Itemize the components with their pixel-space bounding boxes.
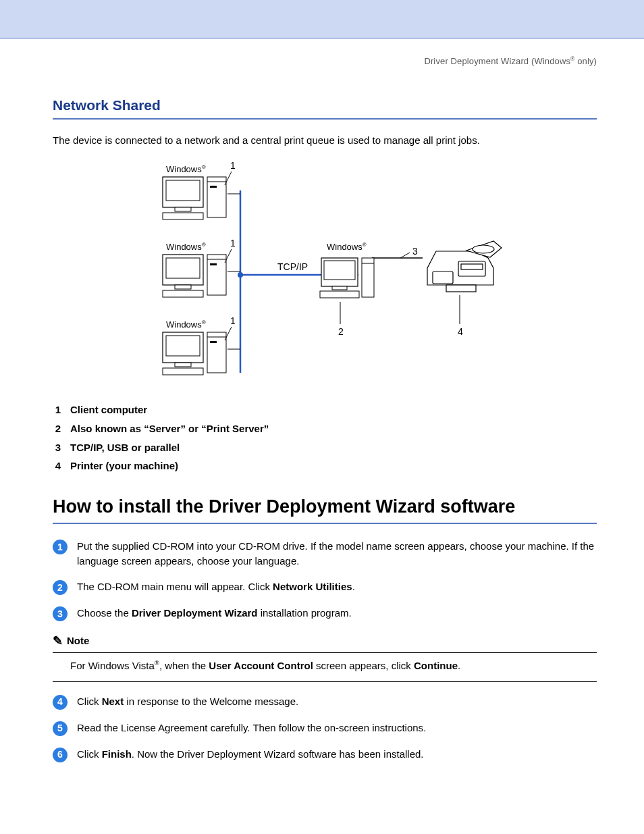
note-text: . (458, 660, 460, 671)
note-top-rule (53, 652, 597, 653)
step-3: 3 Choose the Driver Deployment Wizard in… (53, 606, 597, 621)
legend-num: 3 (53, 440, 61, 455)
step-text: Click (77, 696, 102, 707)
svg-rect-39 (362, 258, 374, 297)
legend-text: Client computer (70, 402, 147, 417)
step-bullet-3: 3 (53, 606, 68, 621)
svg-line-42 (400, 253, 410, 258)
pencil-icon: ✎ (53, 632, 63, 650)
diagram-legend: 1 Client computer 2 Also known as “Serve… (53, 402, 597, 473)
note-bottom-rule (53, 681, 597, 682)
step-text: The CD-ROM main menu will appear. Click (77, 581, 273, 592)
svg-rect-17 (175, 285, 191, 289)
svg-rect-26 (166, 336, 200, 356)
note-bold: User Account Control (209, 660, 313, 671)
svg-text:Windows®: Windows® (166, 164, 206, 174)
svg-point-2 (238, 272, 243, 278)
legend-num: 2 (53, 421, 61, 436)
section-rule (53, 118, 597, 120)
legend-row: 4 Printer (your machine) (53, 459, 597, 473)
note-body: For Windows Vista®, when the User Accoun… (53, 657, 597, 675)
breadcrumb-suffix: only) (574, 56, 597, 66)
note-label: Note (67, 633, 89, 648)
svg-rect-31 (210, 341, 217, 343)
legend-row: 1 Client computer (53, 402, 597, 417)
svg-rect-45 (461, 264, 483, 269)
top-blue-bar (0, 0, 644, 38)
step-bold: Next (102, 696, 124, 707)
legend-text: Also known as “Server” or “Print Server” (70, 421, 269, 436)
protocol-label: TCP/IP (277, 261, 308, 272)
svg-rect-21 (210, 263, 217, 265)
legend-row: 3 TCP/IP, USB or parallel (53, 440, 597, 455)
svg-text:Windows®: Windows® (166, 242, 206, 252)
top-rule (0, 38, 644, 38)
svg-rect-8 (163, 213, 203, 219)
step-6: 6 Click Finish. Now the Driver Deploymen… (53, 747, 597, 762)
step-text: Choose the (77, 607, 132, 619)
svg-rect-9 (207, 177, 226, 217)
svg-rect-27 (175, 363, 191, 367)
legend-num: 4 (53, 459, 61, 473)
step-bold: Driver Deployment Wizard (132, 607, 258, 619)
step-bullet-4: 4 (53, 695, 68, 710)
note-heading: ✎ Note (53, 632, 597, 650)
step-text: Click (77, 748, 102, 760)
callout-1: 1 (230, 160, 236, 171)
svg-point-46 (473, 245, 494, 253)
callout-1b: 1 (230, 238, 236, 249)
step-body: Click Finish. Now the Driver Deployment … (77, 747, 597, 762)
svg-text:Windows®: Windows® (166, 319, 206, 330)
svg-rect-6 (166, 180, 200, 201)
svg-rect-7 (175, 207, 191, 211)
step-body: The CD-ROM main menu will appear. Click … (77, 579, 597, 594)
svg-rect-47 (446, 285, 476, 292)
svg-rect-38 (320, 291, 359, 298)
step-2: 2 The CD-ROM main menu will appear. Clic… (53, 579, 597, 595)
page-content: 7 Driver Deployment Wizard (Windows® onl… (0, 55, 644, 834)
breadcrumb-text: Driver Deployment Wizard (Windows (424, 56, 570, 66)
step-body: Choose the Driver Deployment Wizard inst… (77, 606, 597, 621)
legend-row: 2 Also known as “Server” or “Print Serve… (53, 421, 597, 436)
section-title: Network Shared (53, 95, 597, 115)
step-text: in response to the Welcome message. (124, 696, 298, 707)
note-text: screen appears, click (313, 660, 414, 671)
note-text: , when the (159, 660, 209, 671)
note-sup: ® (155, 659, 159, 667)
install-rule (53, 523, 597, 524)
legend-text: Printer (your machine) (70, 459, 178, 473)
svg-rect-37 (332, 286, 347, 290)
step-bullet-5: 5 (53, 721, 68, 736)
step-1: 1 Put the supplied CD-ROM into your CD-R… (53, 539, 597, 569)
note-block: ✎ Note For Windows Vista®, when the User… (53, 632, 597, 682)
step-bold: Finish (102, 748, 132, 760)
step-body: Click Next in response to the Welcome me… (77, 694, 597, 709)
svg-rect-36 (324, 261, 355, 280)
callout-3: 3 (412, 246, 418, 257)
section-intro: The device is connected to a network and… (53, 133, 597, 148)
step-5: 5 Read the License Agreement carefully. … (53, 721, 597, 736)
callout-1c: 1 (230, 315, 236, 326)
step-body: Read the License Agreement carefully. Th… (77, 721, 597, 735)
svg-text:Windows®: Windows® (327, 242, 367, 252)
note-text: For Windows Vista (70, 660, 155, 671)
svg-rect-16 (166, 258, 200, 278)
install-title: How to install the Driver Deployment Wiz… (53, 494, 597, 520)
callout-4: 4 (458, 326, 463, 337)
step-bold: Network Utilities (273, 581, 352, 592)
svg-rect-43 (433, 271, 453, 284)
network-diagram: Windows® 1 Windows® (53, 157, 597, 390)
callout-2: 2 (338, 326, 344, 337)
legend-num: 1 (53, 402, 61, 417)
step-text: . Now the Driver Deployment Wizard softw… (132, 748, 424, 760)
svg-rect-11 (210, 186, 217, 188)
step-bullet-6: 6 (53, 748, 68, 762)
step-text: installation program. (257, 607, 351, 619)
svg-rect-28 (163, 368, 203, 375)
breadcrumb: Driver Deployment Wizard (Windows® only) (53, 55, 597, 68)
legend-text: TCP/IP, USB or parallel (70, 440, 180, 455)
svg-rect-19 (207, 255, 226, 295)
step-text: . (352, 581, 355, 592)
step-4: 4 Click Next in response to the Welcome … (53, 694, 597, 710)
step-bullet-2: 2 (53, 580, 68, 595)
